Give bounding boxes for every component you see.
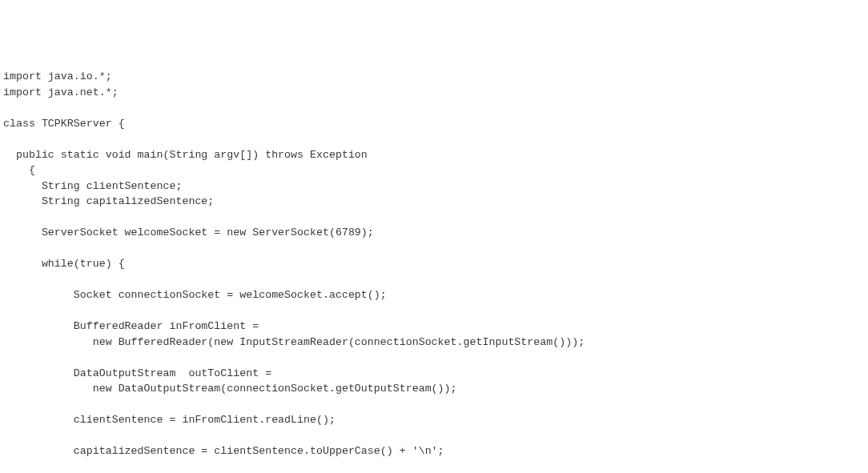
code-line: import java.net.*;: [3, 86, 119, 98]
code-line: clientSentence = inFromClient.readLine()…: [3, 414, 336, 426]
code-line: new BufferedReader(new InputStreamReader…: [3, 336, 585, 348]
code-line: {: [3, 164, 35, 176]
code-line: String capitalizedSentence;: [3, 195, 214, 207]
code-line: String clientSentence;: [3, 180, 182, 192]
code-line: BufferedReader inFromClient =: [3, 320, 259, 332]
code-line: Socket connectionSocket = welcomeSocket.…: [3, 289, 387, 301]
code-line: ServerSocket welcomeSocket = new ServerS…: [3, 226, 374, 239]
code-line: capitalizedSentence = clientSentence.toU…: [3, 445, 444, 457]
code-line: new DataOutputStream(connectionSocket.ge…: [3, 383, 457, 395]
code-line: while(true) {: [3, 258, 125, 270]
code-block: import java.io.*; import java.net.*; cla…: [3, 69, 865, 473]
code-line: import java.io.*;: [3, 70, 112, 82]
code-line: DataOutputStream outToClient =: [3, 367, 271, 379]
code-line: class TCPKRServer {: [3, 118, 125, 130]
code-line: public static void main(String argv[]) t…: [3, 149, 368, 161]
